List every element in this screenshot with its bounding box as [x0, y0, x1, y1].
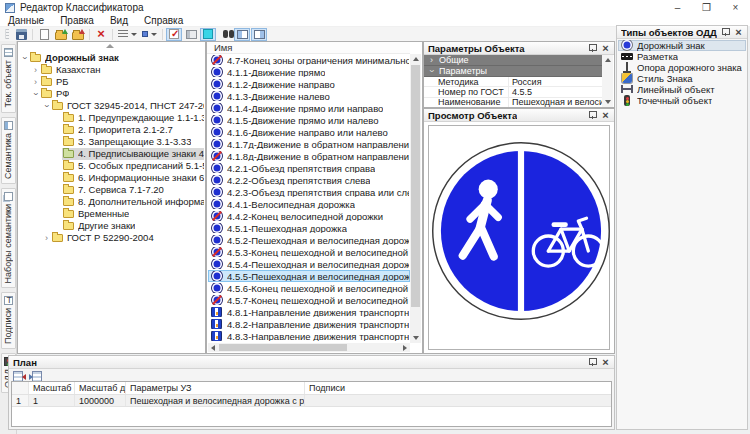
sign-list-item[interactable]: 4.5.5-Пешеходная и велосипедная дорожка …: [208, 270, 410, 282]
tree-node-body[interactable]: Другие знаки: [62, 220, 138, 232]
plan-column-header-масштаб-от[interactable]: Масштаб от: [29, 382, 75, 394]
close-icon[interactable]: [600, 357, 611, 368]
expand-icon[interactable]: [42, 233, 51, 243]
tree-node-body[interactable]: Временные: [62, 208, 132, 220]
tree-node-body[interactable]: РФ: [40, 88, 72, 100]
color-preview-toggle-button[interactable]: [200, 28, 216, 41]
tree-node[interactable]: 4. Предписывающие знаки 4.1.1-4.8.3: [18, 148, 204, 160]
sign-list-item[interactable]: 4.4.1-Велосипедная дорожка: [208, 198, 410, 210]
odd-type-стиль-знака[interactable]: Стиль Знака: [618, 73, 746, 84]
pin-icon[interactable]: [587, 43, 598, 54]
check-toggle-button[interactable]: [166, 28, 182, 41]
toolbar-grip[interactable]: [5, 29, 9, 39]
collapse-icon[interactable]: [20, 54, 30, 63]
menu-item-данные[interactable]: Данные: [0, 15, 52, 27]
plan-row[interactable]: 111000000Пешеходная и велосипедная дорож…: [12, 395, 611, 407]
close-icon[interactable]: [600, 110, 611, 121]
sign-list-item[interactable]: 4.5.2-Пешеходная и велосипедная дорожка: [208, 234, 410, 246]
scroll-up-arrow-icon[interactable]: [410, 54, 421, 64]
layout-left-toggle-button[interactable]: [234, 28, 250, 41]
sign-list-item[interactable]: 4.5.1-Пешеходная дорожка: [208, 222, 410, 234]
tree-node-body[interactable]: Дорожный знак: [29, 52, 122, 64]
sign-list-item[interactable]: 4.2.3-Объезд препятствия справа или слев…: [208, 186, 410, 198]
collapse-icon[interactable]: [42, 102, 52, 111]
tree-scroll-up-icon[interactable]: [106, 44, 114, 48]
minimize-button[interactable]: –: [663, 0, 692, 15]
plan-column-header-подписи[interactable]: Подписи: [305, 382, 611, 394]
list-column-header[interactable]: Имя: [207, 42, 410, 54]
scrollbar-thumb[interactable]: [411, 65, 420, 307]
tree-node[interactable]: 1. Предупреждающие 1.1-1.34.3: [18, 112, 204, 124]
param-value[interactable]: Пешеходная и велосипедная дорожка с ...: [508, 97, 602, 107]
tree-node-body[interactable]: 1. Предупреждающие 1.1-1.34.3: [62, 112, 204, 124]
sign-list-item[interactable]: 4.1.7д-Движение в обратном направлении: [208, 138, 410, 150]
plan-column-header-параметры-уз[interactable]: Параметры УЗ: [126, 382, 305, 394]
sign-list-item[interactable]: 4.5.6-Конец пешеходной и велосипедной до…: [208, 282, 410, 294]
expand-icon[interactable]: [31, 65, 40, 75]
tree-node-body[interactable]: Казахстан: [40, 64, 104, 76]
tree-node[interactable]: Казахстан: [18, 64, 204, 76]
close-icon[interactable]: [600, 43, 611, 54]
close-button[interactable]: ×: [721, 0, 750, 15]
tree-node[interactable]: Другие знаки: [18, 220, 204, 232]
tree-node[interactable]: 8. Дополнительной информации 8.1.1-8.24: [18, 196, 204, 208]
scroll-up-arrow-icon[interactable]: [602, 55, 613, 65]
scroll-left-arrow-icon[interactable]: [208, 343, 218, 352]
tree-node-body[interactable]: 7. Сервиса 7.1-7.20: [62, 184, 167, 196]
panel-toggle-button[interactable]: [183, 28, 199, 41]
param-value[interactable]: Россия: [508, 77, 602, 87]
scroll-down-arrow-icon[interactable]: [410, 333, 421, 343]
maximize-button[interactable]: ❐: [692, 0, 721, 15]
sign-list-item[interactable]: 4.1.8д-Движение в обратном направлении: [208, 150, 410, 162]
pin-icon[interactable]: [587, 357, 598, 368]
sign-list-item[interactable]: 4.1.3-Движение налево: [208, 90, 410, 102]
export-folder-button[interactable]: [70, 28, 86, 41]
pin-icon[interactable]: [720, 27, 731, 38]
plan-import-row-button[interactable]: [12, 370, 26, 381]
menu-item-вид[interactable]: Вид: [102, 15, 136, 27]
expand-icon[interactable]: [31, 77, 40, 87]
param-group-параметры[interactable]: Параметры: [424, 66, 602, 77]
sign-list-item[interactable]: 4.1.6-Движение направо или налево: [208, 126, 410, 138]
tree-node[interactable]: 2. Приоритета 2.1-2.7: [18, 124, 204, 136]
sign-list-item[interactable]: 4.1.1-Движение прямо: [208, 66, 410, 78]
sign-list-item[interactable]: 4.8.2-Направление движения транспортных …: [208, 318, 410, 330]
side-tab-тек-объект[interactable]: Тек. объект: [1, 44, 16, 113]
tree-node-body[interactable]: ГОСТ 32945-2014, ПНСТ 247-2017: [51, 100, 204, 112]
expand-icon[interactable]: [427, 55, 436, 65]
sign-list-item[interactable]: 4.5.3-Конец пешеходной и велосипедной до…: [208, 246, 410, 258]
pin-icon[interactable]: [587, 110, 598, 121]
save-button[interactable]: [13, 28, 29, 41]
sign-list-item[interactable]: 4.8.3-Направление движения транспортных …: [208, 330, 410, 342]
sign-list-item[interactable]: 4.5.7-Конец пешеходной и велосипедной до…: [208, 294, 410, 306]
tree-node[interactable]: 3. Запрещающие 3.1-3.33: [18, 136, 204, 148]
side-tab-подписи[interactable]: Подписи: [1, 292, 16, 349]
odd-type-точечный-объект[interactable]: Точечный объект: [618, 95, 746, 106]
tree-node[interactable]: ГОСТ Р 52290-2004: [18, 232, 204, 244]
tree-node-body[interactable]: 6. Информационные знаки 6.1-6.21.2: [62, 172, 204, 184]
tree-node-body[interactable]: 4. Предписывающие знаки 4.1.1-4.8.3: [62, 148, 204, 160]
odd-type-разметка[interactable]: Разметка: [618, 51, 746, 62]
list-vertical-scrollbar[interactable]: [410, 54, 421, 343]
layout-right-toggle-button[interactable]: [251, 28, 267, 41]
tree-node[interactable]: РФ: [18, 88, 204, 100]
collapse-icon[interactable]: [427, 67, 437, 76]
menu-item-правка[interactable]: Правка: [52, 15, 102, 27]
tree-node[interactable]: РБ: [18, 76, 204, 88]
collapse-icon[interactable]: [31, 90, 41, 99]
open-folder-button[interactable]: [53, 28, 69, 41]
tree-node[interactable]: Временные: [18, 208, 204, 220]
menu-item-справка[interactable]: Справка: [136, 15, 191, 27]
tree-node-body[interactable]: 5. Особых предписаний 5.1-5.34: [62, 160, 204, 172]
params-vertical-scrollbar[interactable]: [602, 55, 613, 107]
param-group-общие[interactable]: Общие: [424, 55, 602, 66]
sign-list-item[interactable]: 4.1.4-Движение прямо или направо: [208, 102, 410, 114]
tree-node[interactable]: ГОСТ 32945-2014, ПНСТ 247-2017: [18, 100, 204, 112]
new-document-button[interactable]: [36, 28, 52, 41]
sign-list-item[interactable]: 4.2.1-Объезд препятствия справа: [208, 162, 410, 174]
tree-node-body[interactable]: 2. Приоритета 2.1-2.7: [62, 124, 176, 136]
sign-list-item[interactable]: 4.8.1-Направление движения транспортных …: [208, 306, 410, 318]
list-horizontal-scrollbar[interactable]: [208, 343, 410, 352]
scroll-down-arrow-icon[interactable]: [602, 97, 613, 107]
tree-node[interactable]: 5. Особых предписаний 5.1-5.34: [18, 160, 204, 172]
